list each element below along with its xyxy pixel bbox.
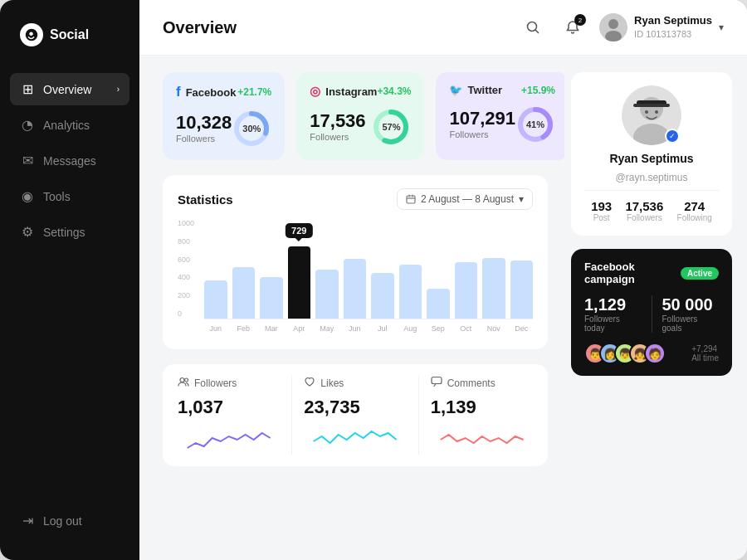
sidebar-item-overview[interactable]: ⊞ Overview ›: [10, 73, 129, 105]
app-logo: Social: [0, 23, 139, 73]
divider-1: [291, 376, 292, 455]
bar-May: [315, 270, 339, 319]
logout-icon: ⇥: [20, 513, 35, 528]
followers-today-metric: 1,129 Followers today: [584, 295, 642, 333]
bar-tooltip: 729: [286, 223, 312, 238]
svg-point-20: [655, 110, 658, 114]
right-panel: ✓ Ryan Septimus @rayn.septimus 193 Post …: [564, 56, 747, 560]
notification-badge: 2: [574, 14, 586, 26]
chart-label-Nov: Nov: [482, 324, 505, 333]
notifications-button[interactable]: 2: [559, 14, 586, 41]
y-label-400: 400: [178, 274, 204, 281]
profile-stats: 193 Post 17,536 Followers 274 Following: [584, 190, 719, 222]
campaign-status: Active: [681, 267, 719, 280]
sidebar: Social ⊞ Overview › ◔ Analytics ✉ Messag…: [0, 0, 139, 560]
profile-followers-stat: 17,536 Followers: [625, 199, 663, 222]
logo-icon: [20, 23, 43, 46]
avatar-5: 🧑: [644, 343, 666, 364]
bar-Apr: 729: [288, 246, 311, 319]
y-label-200: 200: [178, 292, 204, 299]
likes-value: 23,735: [304, 397, 406, 418]
all-time-label: All time: [691, 353, 719, 363]
likes-icon: [304, 376, 315, 390]
bar-fill-Jun: [344, 259, 367, 319]
bar-Mar: [260, 277, 283, 319]
instagram-icon: ◎: [310, 84, 320, 99]
profile-avatar-wrap: ✓: [622, 85, 681, 145]
chevron-icon: ›: [117, 85, 120, 94]
chart-label-Mar: Mar: [260, 324, 283, 333]
logout-button[interactable]: ⇥ Log out: [10, 504, 129, 537]
chart-labels: JunFebMarAprMayJunJulAugSepOctNovDec: [204, 324, 533, 333]
instagram-count: 17,536: [310, 112, 365, 130]
facebook-donut: 30%: [232, 109, 271, 149]
svg-rect-10: [407, 196, 415, 203]
profile-card: ✓ Ryan Septimus @rayn.septimus 193 Post …: [571, 72, 732, 236]
y-label-1000: 1000: [178, 220, 204, 227]
facebook-label: Followers: [176, 134, 232, 144]
main-panel: Overview 2 Ryan Septimus ID 101313783: [139, 0, 747, 560]
logout-section: ⇥ Log out: [0, 504, 139, 537]
posts-count: 193: [591, 199, 612, 213]
followers-today-label: Followers today: [584, 314, 642, 333]
chart-label-Jun: Jun: [204, 324, 227, 333]
bar-fill-Oct: [455, 262, 478, 319]
bar-fill-Jun: [204, 280, 227, 319]
platform-cards: f Facebook +21.7% 10,328 Followers: [163, 72, 548, 160]
chart-label-Sep: Sep: [427, 324, 450, 333]
svg-point-2: [608, 19, 618, 29]
nav-settings-label: Settings: [43, 226, 85, 239]
bar-Jun: [204, 280, 227, 319]
user-profile-button[interactable]: Ryan Septimus ID 101313783 ▾: [599, 13, 724, 41]
followers-stat-header: Followers: [178, 376, 280, 390]
statistics-title: Statistics: [178, 192, 233, 207]
svg-point-11: [180, 378, 184, 382]
statistics-header: Statistics 2 August — 8 August ▾: [178, 188, 533, 210]
comments-value: 1,139: [431, 397, 533, 418]
sidebar-item-settings[interactable]: ⚙ Settings: [10, 216, 129, 248]
campaign-divider: [652, 295, 652, 333]
campaign-metrics: 1,129 Followers today 50 000 Followers g…: [584, 295, 719, 333]
all-time-metric: +7,294 All time: [691, 344, 719, 363]
facebook-growth: +21.7%: [237, 86, 271, 98]
campaign-title: Facebook campaign: [584, 261, 681, 285]
search-button[interactable]: [520, 14, 546, 41]
facebook-count: 10,328: [176, 114, 232, 132]
bar-Nov: [482, 258, 505, 319]
bar-chart: 729: [204, 220, 533, 319]
sidebar-item-messages[interactable]: ✉ Messages: [10, 144, 129, 177]
settings-icon: ⚙: [20, 224, 35, 240]
svg-point-19: [645, 110, 648, 114]
likes-stat: Likes 23,735: [304, 376, 406, 455]
tools-icon: ◉: [20, 188, 35, 204]
followers-goal-metric: 50 000 Followers goals: [662, 295, 720, 333]
sidebar-nav: ⊞ Overview › ◔ Analytics ✉ Messages ◉ To…: [0, 73, 139, 494]
profile-followers-count: 17,536: [625, 199, 663, 213]
followers-stat: Followers 1,037: [178, 376, 280, 455]
bar-fill-Aug: [399, 265, 422, 319]
campaign-footer: 👨 👩 👦 👧 🧑 +7,294 All time: [584, 343, 719, 364]
facebook-stats: 10,328 Followers: [176, 114, 232, 144]
profile-handle: @rayn.septimus: [616, 172, 688, 183]
analytics-icon: ◔: [20, 117, 35, 133]
date-range-button[interactable]: 2 August — 8 August ▾: [397, 188, 533, 210]
chart-label-Feb: Feb: [232, 324, 256, 333]
divider-2: [418, 376, 419, 455]
twitter-label: Followers: [449, 129, 515, 139]
left-panel: f Facebook +21.7% 10,328 Followers: [139, 56, 564, 560]
following-label: Following: [677, 213, 712, 222]
twitter-percent: 41%: [515, 105, 555, 144]
sidebar-item-tools[interactable]: ◉ Tools: [10, 180, 129, 212]
instagram-donut: 57%: [371, 107, 411, 147]
bar-fill-May: [315, 270, 339, 319]
nav-overview-label: Overview: [43, 83, 91, 96]
sidebar-item-analytics[interactable]: ◔ Analytics: [10, 109, 129, 141]
twitter-card: 🐦 Twitter +15.9% 107,291 Followers: [436, 72, 564, 160]
facebook-platform-name: f Facebook: [176, 84, 236, 100]
twitter-donut: 41%: [515, 105, 555, 144]
chart-label-Apr: Apr: [288, 324, 311, 333]
bar-fill-Apr: [288, 246, 311, 319]
instagram-platform-name: ◎ Instagram: [310, 84, 377, 99]
comments-stat-label: Comments: [447, 377, 496, 389]
bar-fill-Feb: [232, 267, 256, 319]
